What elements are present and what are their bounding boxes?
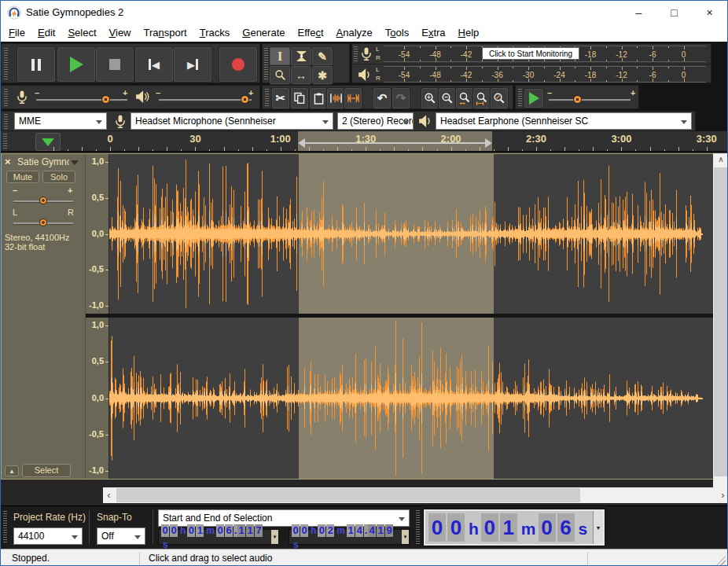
- time-digit[interactable]: 9: [385, 524, 393, 537]
- time-digit[interactable]: 2: [326, 524, 334, 537]
- vertical-scale-right-channel[interactable]: 1,00,50,0-0,5-1,0: [86, 318, 109, 479]
- audio-host-dropdown[interactable]: MME: [14, 112, 107, 130]
- maximize-button[interactable]: □: [656, 1, 692, 24]
- toolbar-grip[interactable]: [4, 89, 8, 106]
- time-digit[interactable]: 0: [216, 524, 224, 537]
- toolbar-grip[interactable]: [416, 510, 420, 545]
- field-dropdown-arrow[interactable]: ▼: [402, 530, 409, 544]
- recording-meter[interactable]: LR -54-48-42-36-30-24-18-12-60 Click to …: [352, 44, 711, 64]
- vertical-scrollbar[interactable]: ∧: [713, 153, 728, 487]
- toolbar-grip[interactable]: [4, 114, 8, 129]
- selection-right-arrow-icon[interactable]: [485, 138, 492, 148]
- track-close-button[interactable]: ×: [5, 156, 11, 167]
- cut-button[interactable]: ✂: [271, 87, 290, 109]
- menu-analyze[interactable]: Analyze: [330, 25, 379, 40]
- playback-meter-scale[interactable]: -54-48-42-36-30-24-18-12-60: [384, 66, 706, 83]
- skip-to-start-button[interactable]: ◀: [134, 46, 174, 83]
- pause-button[interactable]: [17, 46, 56, 83]
- timeline-ruler[interactable]: 0301:001:302:002:303:003:30: [1, 131, 727, 152]
- track-select-button[interactable]: Select: [22, 464, 71, 477]
- mute-button[interactable]: Mute: [6, 171, 39, 183]
- menu-select[interactable]: Select: [61, 25, 102, 40]
- time-digit[interactable]: 4: [368, 524, 376, 537]
- selection-tool-button[interactable]: I: [269, 46, 291, 66]
- play-speed-slider[interactable]: [549, 99, 631, 101]
- time-digit[interactable]: 0: [187, 524, 195, 537]
- trim-audio-button[interactable]: [326, 87, 345, 109]
- time-digit[interactable]: 1: [196, 524, 204, 537]
- window-resize-grip[interactable]: [716, 556, 726, 565]
- timeline-selection[interactable]: [298, 131, 492, 151]
- horizontal-scroll-thumb[interactable]: [116, 488, 580, 502]
- zoom-tool-button[interactable]: [269, 65, 291, 85]
- skip-to-end-button[interactable]: ▶: [173, 46, 212, 83]
- waveform-left-channel[interactable]: [109, 154, 713, 314]
- time-digit[interactable]: 1: [500, 513, 517, 542]
- time-digit[interactable]: 1: [237, 524, 245, 537]
- time-digit[interactable]: 0: [539, 513, 556, 542]
- play-button[interactable]: [57, 46, 96, 83]
- selection-end-time-field[interactable]: 00h02m14.419s ▼: [289, 529, 410, 545]
- zoom-in-button[interactable]: [421, 87, 439, 109]
- time-digit[interactable]: 0: [300, 524, 308, 537]
- paste-button[interactable]: [309, 87, 328, 109]
- selection-start-time-field[interactable]: 00h01m06.117s ▼: [158, 529, 279, 545]
- recording-volume-slider[interactable]: [36, 99, 127, 101]
- field-dropdown-arrow[interactable]: ▼: [271, 530, 278, 544]
- time-digit[interactable]: h: [178, 525, 187, 536]
- copy-button[interactable]: [290, 87, 309, 109]
- play-at-speed-button[interactable]: [524, 88, 544, 108]
- time-digit[interactable]: 0: [481, 513, 498, 542]
- vertical-scroll-thumb[interactable]: [714, 167, 728, 476]
- audio-position-display[interactable]: 00h01m06s ▼: [424, 509, 605, 546]
- record-button[interactable]: [219, 46, 258, 83]
- time-digit[interactable]: m: [204, 525, 216, 536]
- time-digit[interactable]: 4: [355, 524, 363, 537]
- playback-volume-thumb[interactable]: [241, 95, 249, 104]
- time-digit[interactable]: 6: [557, 513, 575, 542]
- menu-effect[interactable]: Effect: [292, 25, 330, 40]
- horizontal-scrollbar[interactable]: ‹ ›: [103, 487, 728, 503]
- time-digit[interactable]: h: [309, 525, 318, 536]
- time-digit[interactable]: 0: [292, 524, 300, 537]
- fit-project-button[interactable]: [472, 87, 491, 109]
- menu-file[interactable]: File: [2, 25, 31, 40]
- toolbar-grip[interactable]: [4, 48, 8, 79]
- menu-tracks[interactable]: Tracks: [193, 25, 237, 40]
- pan-slider-thumb[interactable]: [39, 219, 47, 226]
- time-digit[interactable]: 1: [377, 524, 384, 537]
- playback-device-dropdown[interactable]: Headset Earphone (Sennheiser SC: [436, 112, 692, 130]
- multi-tool-button[interactable]: ✱: [311, 65, 333, 85]
- silence-audio-button[interactable]: [344, 87, 362, 109]
- draw-tool-button[interactable]: ✎: [311, 46, 333, 66]
- recording-channels-dropdown[interactable]: 2 (Stereo) Recording Chann: [337, 112, 414, 130]
- menu-extra[interactable]: Extra: [415, 25, 451, 40]
- menu-view[interactable]: View: [103, 25, 138, 40]
- time-digit[interactable]: m: [335, 525, 347, 536]
- time-digit[interactable]: 0: [161, 524, 169, 537]
- time-digit[interactable]: 1: [246, 524, 254, 537]
- recording-volume-thumb[interactable]: [101, 95, 110, 104]
- minimize-button[interactable]: –: [621, 1, 656, 24]
- time-ruler-scale[interactable]: 0301:001:302:002:303:003:30: [1, 131, 727, 151]
- menu-tools[interactable]: Tools: [379, 25, 415, 40]
- scroll-left-arrow[interactable]: ‹: [103, 487, 115, 503]
- recording-device-dropdown[interactable]: Headset Microphone (Sennheiser: [131, 112, 333, 130]
- time-digit[interactable]: m: [519, 520, 539, 538]
- toolbar-grip[interactable]: [354, 46, 358, 61]
- time-digit[interactable]: 6: [225, 524, 233, 537]
- time-digit[interactable]: s: [576, 520, 590, 538]
- time-digit[interactable]: 7: [255, 524, 263, 537]
- time-digit[interactable]: 1: [347, 524, 355, 537]
- title-bar[interactable]: Satie Gymnopedies 2 – □ ×: [1, 1, 727, 24]
- gain-slider[interactable]: [13, 200, 73, 203]
- collapse-track-button[interactable]: ▲: [5, 465, 19, 476]
- time-digit[interactable]: 0: [447, 513, 465, 542]
- time-digit[interactable]: h: [466, 520, 481, 538]
- envelope-tool-button[interactable]: [290, 46, 312, 66]
- scroll-right-arrow[interactable]: ›: [717, 487, 728, 503]
- pan-slider[interactable]: [13, 222, 73, 225]
- zoom-toggle-button[interactable]: [490, 87, 509, 109]
- zoom-out-button[interactable]: [438, 87, 457, 109]
- menu-transport[interactable]: Transport: [138, 25, 193, 40]
